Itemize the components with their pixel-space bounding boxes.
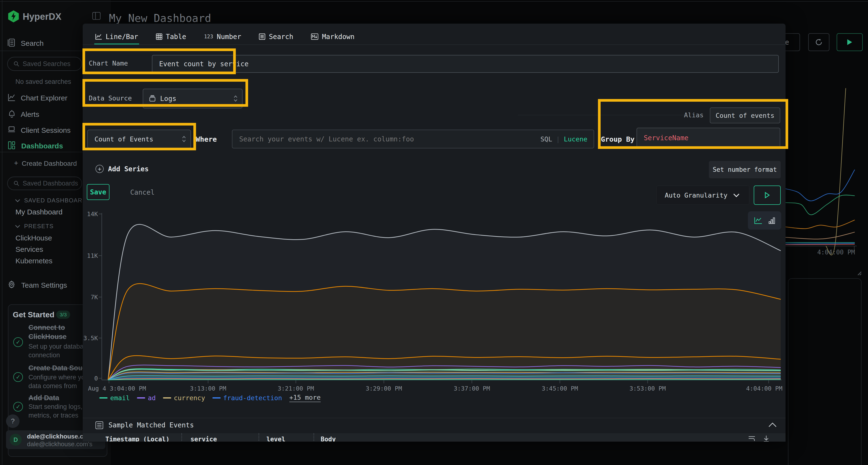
table-icon	[156, 33, 162, 40]
chevron-down-icon	[15, 199, 20, 202]
chart-name-label: Chart Name	[89, 60, 128, 67]
legend-dash-icon	[137, 397, 145, 399]
legend-label: email	[110, 394, 130, 402]
step-check-icon: ✓	[13, 372, 23, 382]
run-chart-button[interactable]	[754, 186, 781, 205]
legend-dash-icon	[99, 397, 107, 399]
alias-label: Alias	[656, 111, 704, 119]
play-icon	[847, 39, 852, 45]
where-field[interactable]: SQL | Lucene	[232, 130, 594, 148]
step-title[interactable]: Connect to ClickHouse	[28, 323, 77, 341]
select-chevrons-icon	[234, 95, 238, 102]
legend-item[interactable]: fraud-detection	[212, 394, 282, 402]
add-series-button[interactable]: + Add Series	[95, 165, 149, 173]
legend-item[interactable]: ad	[137, 394, 156, 402]
chart-name-input[interactable]	[152, 60, 778, 68]
column-header-service[interactable]: service	[190, 436, 217, 442]
sample-events-header[interactable]: Sample Matched Events	[95, 421, 194, 429]
legend-item[interactable]: currency	[163, 394, 205, 402]
sidebar-item-client-sessions[interactable]: Client Sessions	[21, 126, 71, 134]
hyperdx-logo-icon[interactable]	[8, 10, 19, 23]
column-header-timestamp[interactable]: Timestamp (Local)	[105, 436, 169, 442]
create-dashboard-button[interactable]: Create Dashboard	[22, 160, 77, 167]
y-tick-label: 11K	[75, 252, 98, 259]
sidebar-item-clickhouse[interactable]: ClickHouse	[16, 234, 52, 242]
tab-label: Line/Bar	[105, 33, 138, 41]
line-chart-toggle-icon[interactable]	[754, 217, 763, 224]
toggle-divider: |	[556, 135, 560, 143]
tab-markdown[interactable]: Markdown	[311, 29, 354, 44]
column-header-body[interactable]: Body	[321, 436, 336, 442]
saved-searches-placeholder: Saved Searches	[23, 60, 70, 68]
save-button[interactable]: Save	[87, 184, 110, 200]
presets-section[interactable]: PRESETS	[15, 223, 54, 230]
sidebar-item-team-settings[interactable]: Team Settings	[21, 281, 67, 289]
refresh-icon	[815, 38, 823, 46]
granularity-select[interactable]: Auto Granularity	[656, 186, 749, 205]
plus-icon: +	[14, 159, 18, 167]
refresh-button[interactable]	[808, 33, 830, 51]
alerts-bell-icon	[8, 110, 15, 118]
sidebar-item-alerts[interactable]: Alerts	[21, 110, 39, 119]
page-title: My New Dashboard	[109, 12, 211, 24]
chart-name-field[interactable]	[152, 55, 779, 73]
saved-dashboards-section[interactable]: SAVED DASHBOARDS	[15, 197, 91, 204]
panel-resize-handle[interactable]	[856, 269, 862, 276]
where-label: Where	[196, 135, 217, 143]
sidebar-item-my-dashboard[interactable]: My Dashboard	[16, 208, 62, 216]
sidebar-toggle-icon[interactable]	[92, 12, 100, 20]
set-number-format-button[interactable]: Set number format	[709, 161, 781, 178]
aggregation-value: Count of Events	[94, 135, 153, 143]
aggregation-select[interactable]: Count of Events	[87, 130, 191, 148]
run-query-button[interactable]	[837, 33, 863, 51]
column-separator[interactable]	[181, 433, 182, 442]
app-screen: HyperDX Search Saved Searches No saved s…	[0, 0, 868, 465]
tab-table[interactable]: Table	[156, 29, 186, 44]
column-header-level[interactable]: level	[267, 436, 285, 442]
step-check-icon: ✓	[13, 337, 23, 347]
sidebar-item-chart-explorer[interactable]: Chart Explorer	[21, 94, 67, 102]
legend-item[interactable]: email	[99, 394, 130, 402]
saved-searches-input[interactable]: Saved Searches	[7, 57, 82, 71]
data-source-select[interactable]: Logs	[143, 89, 243, 108]
alias-input[interactable]	[710, 112, 780, 119]
sort-filter-icon[interactable]	[748, 436, 755, 442]
tab-number[interactable]: 123 Number	[204, 29, 241, 44]
tab-search[interactable]: Search	[259, 29, 293, 44]
granularity-value: Auto Granularity	[665, 192, 727, 199]
window-top-edge	[0, 1, 868, 2]
where-input[interactable]	[232, 135, 540, 143]
column-separator[interactable]	[313, 433, 314, 442]
sidebar-item-search[interactable]: Search	[21, 39, 44, 47]
sidebar-left-edge	[2, 0, 2, 465]
collapse-chevron-up-icon[interactable]	[768, 422, 777, 427]
x-tick-label: 3:13:00 PM	[184, 385, 232, 392]
modal-tabs: Line/Bar Table 123 Number Search Markdow…	[95, 29, 354, 44]
download-icon[interactable]	[763, 435, 769, 442]
legend-more-link[interactable]: +15 more	[289, 394, 321, 402]
alias-field[interactable]	[710, 107, 780, 123]
cancel-button[interactable]: Cancel	[130, 189, 155, 196]
chevron-down-icon	[733, 193, 740, 197]
legend-label: fraud-detection	[223, 394, 282, 402]
x-tick-label: 3:21:00 PM	[272, 385, 320, 392]
help-button[interactable]: ?	[6, 414, 20, 428]
x-tick-label: 3:29:00 PM	[360, 385, 408, 392]
group-by-input[interactable]	[637, 134, 780, 142]
select-chevrons-icon	[182, 135, 186, 143]
logo-text[interactable]: HyperDX	[23, 11, 61, 22]
search-icon	[13, 180, 19, 186]
chart-editor-modal	[83, 24, 785, 442]
x-tick-label: 4:04:00 PM	[734, 385, 782, 392]
column-separator[interactable]	[258, 433, 259, 442]
bar-chart-toggle-icon[interactable]	[769, 217, 775, 224]
sidebar-item-kubernetes[interactable]: Kubernetes	[16, 257, 52, 265]
sidebar-item-dashboards[interactable]: Dashboards	[21, 142, 63, 150]
tab-line-bar[interactable]: Line/Bar	[95, 29, 138, 44]
lucene-toggle[interactable]: Lucene	[564, 135, 587, 143]
sidebar-item-services[interactable]: Services	[16, 245, 43, 254]
chart-explorer-icon	[8, 94, 15, 101]
sql-toggle[interactable]: SQL	[540, 135, 552, 143]
group-by-field[interactable]	[637, 128, 780, 148]
saved-dashboards-input[interactable]: Saved Dashboards	[7, 176, 82, 190]
